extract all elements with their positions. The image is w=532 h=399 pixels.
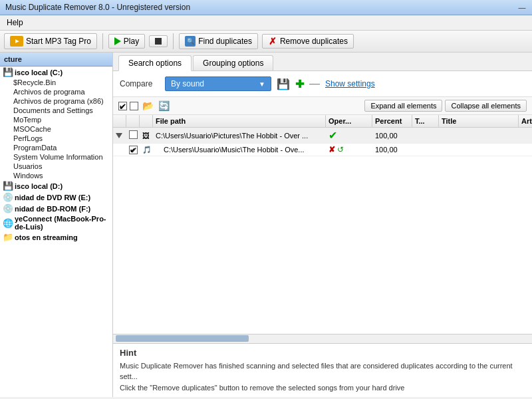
row1-percent: 100,00	[372, 130, 412, 141]
tree-root-c[interactable]: 💾 isco local (C:)	[0, 66, 112, 78]
play-button[interactable]: Play	[108, 34, 145, 49]
tab-grouping-options[interactable]: Grouping options	[193, 55, 273, 70]
start-mp3-tag-pro-button[interactable]: ▶ Start MP3 Tag Pro	[4, 33, 97, 49]
sidebar-item-msocache[interactable]: MSOCache	[0, 124, 112, 134]
remove-duplicates-button[interactable]: ✗ Remove duplicates	[262, 34, 354, 49]
toolbar-separator-1	[102, 33, 103, 49]
header-col-artist: Artist	[519, 115, 532, 127]
row1-checkbox[interactable]	[126, 129, 140, 142]
menu-bar: Help	[0, 15, 532, 31]
row2-type	[412, 148, 439, 151]
disk-icon-f: 💿	[3, 203, 13, 213]
header-col-oper: Oper...	[326, 115, 372, 127]
sidebar-header: cture	[0, 53, 112, 66]
sidebar: cture 💾 isco local (C:) $Recycle.Bin Arc…	[0, 53, 113, 397]
collapse-all-button[interactable]: Collapse all elements	[445, 100, 527, 112]
show-settings-link[interactable]: Show settings	[325, 79, 375, 88]
sidebar-item-programdata[interactable]: ProgramData	[0, 143, 112, 152]
hint-line1: Music Duplicate Remover has finished sca…	[120, 360, 525, 382]
row1-expand[interactable]	[113, 130, 126, 141]
tree-root-f[interactable]: 💿 nidad de BD-ROM (F:)	[0, 203, 112, 214]
list-toolbar: ✔ 📂 🔄 Expand all elements Collapse all e…	[113, 97, 532, 115]
header-col-type: T...	[412, 115, 439, 127]
stop-icon	[155, 38, 162, 45]
find-duplicates-icon: 🔍	[185, 36, 196, 47]
sidebar-item-sysvolinfo[interactable]: System Volume Information	[0, 152, 112, 162]
row2-filepath: C:\Users\Usuario\Music\The Hobbit - Ove.…	[153, 144, 326, 155]
toolbar: ▶ Start MP3 Tag Pro Play 🔍 Find duplicat…	[0, 31, 532, 53]
sidebar-item-perflogs[interactable]: PerfLogs	[0, 134, 112, 143]
disk-icon-c: 💾	[3, 67, 13, 77]
header-col-icon	[140, 115, 153, 127]
save-icon[interactable]: 💾	[277, 78, 290, 90]
sidebar-item-usuarios[interactable]: Usuarios	[0, 162, 112, 171]
sidebar-item-motemp[interactable]: MoTemp	[0, 115, 112, 124]
header-col-check	[126, 115, 140, 127]
file-list-container: File path Oper... Percent T... Title Art…	[113, 115, 532, 334]
tab-bar: Search options Grouping options	[113, 53, 532, 71]
horizontal-scrollbar[interactable]	[113, 334, 532, 343]
sidebar-item-archivos[interactable]: Archivos de programa	[0, 87, 112, 96]
mp3tag-icon: ▶	[10, 36, 23, 47]
hint-line2: Click the "Remove duplicates" button to …	[120, 382, 525, 394]
minus-icon[interactable]: —	[309, 78, 320, 90]
compare-select-arrow-icon: ▼	[259, 80, 265, 88]
hint-title: Hint	[120, 348, 525, 358]
row1-check[interactable]	[129, 130, 138, 139]
expand-icon[interactable]	[116, 133, 122, 138]
sidebar-item-archivos-x86[interactable]: Archivos de programa (x86)	[0, 96, 112, 106]
sidebar-item-recycle[interactable]: $Recycle.Bin	[0, 78, 112, 87]
tree-root-d[interactable]: 💾 isco local (D:)	[0, 180, 112, 192]
refresh-icon[interactable]: 🔄	[157, 100, 170, 112]
compare-label: Compare	[120, 79, 160, 88]
uncheck-all-checkbox[interactable]	[130, 102, 138, 110]
expand-all-button[interactable]: Expand all elements	[364, 100, 442, 112]
hint-area: Hint Music Duplicate Remover has finishe…	[113, 343, 532, 398]
table-row[interactable]: ✔ 🎵 C:\Users\Usuario\Music\The Hobbit - …	[113, 144, 532, 156]
file-list-header: File path Oper... Percent T... Title Art…	[113, 115, 532, 128]
sidebar-item-windows[interactable]: Windows	[0, 171, 112, 180]
row2-percent: 100,00	[372, 144, 412, 155]
status-x-icon: ✘	[329, 145, 335, 154]
header-col-filepath: File path	[153, 115, 326, 127]
toolbar-separator-2	[173, 33, 174, 49]
status-ok-icon: ✔	[329, 130, 337, 141]
row2-artist	[519, 148, 532, 151]
tree-root-eyeconnect[interactable]: 🌐 yeConnect (MacBook-Pro-de-Luis)	[0, 214, 112, 231]
tree-root-fotos[interactable]: 📁 otos en streaming	[0, 231, 112, 243]
folder-icon[interactable]: 📂	[141, 100, 154, 112]
table-row[interactable]: 🖼 C:\Users\Usuario\Pictures\The Hobbit -…	[113, 128, 532, 144]
check-all-checkbox[interactable]: ✔	[118, 102, 127, 110]
menu-help[interactable]: Help	[3, 17, 27, 29]
row2-fileicon: 🎵	[140, 144, 153, 156]
title-bar-controls: —	[517, 3, 527, 12]
row2-checkbox[interactable]: ✔	[126, 144, 140, 156]
play-icon	[114, 37, 121, 45]
header-col-title: Title	[439, 115, 519, 127]
sidebar-item-documents[interactable]: Documents and Settings	[0, 106, 112, 115]
find-duplicates-button[interactable]: 🔍 Find duplicates	[179, 33, 258, 49]
row1-type	[412, 134, 439, 137]
tree-root-e[interactable]: 💿 nidad de DVD RW (E:)	[0, 192, 112, 203]
header-col-percent: Percent	[372, 115, 412, 127]
add-icon[interactable]: ✚	[295, 78, 304, 90]
remove-duplicates-icon: ✗	[268, 37, 277, 46]
stop-button[interactable]	[149, 35, 168, 47]
compare-select[interactable]: By sound ▼	[165, 76, 271, 91]
scrollbar-thumb[interactable]	[116, 335, 249, 342]
row1-title	[439, 134, 519, 137]
minimize-button[interactable]: —	[517, 3, 527, 12]
tab-search-options[interactable]: Search options	[118, 55, 192, 71]
row2-operation: ✘ ↺	[326, 144, 372, 156]
disk-icon-d: 💾	[3, 181, 13, 191]
main-layout: cture 💾 isco local (C:) $Recycle.Bin Arc…	[0, 53, 532, 397]
content-area: Search options Grouping options Compare …	[113, 53, 532, 397]
row1-fileicon: 🖼	[140, 130, 153, 141]
title-bar-text: Music Duplicate Remover 8.0 - Unregister…	[5, 3, 190, 12]
row1-operation: ✔	[326, 128, 372, 143]
row2-check[interactable]: ✔	[129, 146, 138, 154]
row1-artist	[519, 134, 532, 137]
row2-title	[439, 148, 519, 151]
status-refresh-icon: ↺	[337, 145, 344, 154]
search-options-bar: Compare By sound ▼ 💾 ✚ — Show settings	[113, 71, 532, 97]
